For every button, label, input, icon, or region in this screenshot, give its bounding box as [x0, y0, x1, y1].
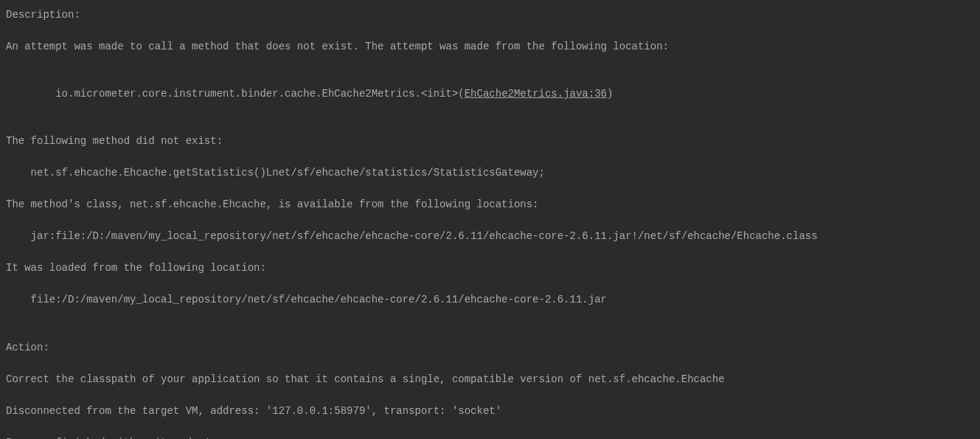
console-line: The following method did not exist:: [6, 134, 974, 149]
console-line: Correct the classpath of your applicatio…: [6, 372, 974, 387]
console-output: Description: An attempt was made to call…: [6, 7, 974, 439]
console-blank-line: [6, 324, 974, 340]
console-line: Disconnected from the target VM, address…: [6, 404, 974, 419]
console-line: net.sf.ehcache.Ehcache.getStatistics()Ln…: [6, 165, 974, 181]
console-text: io.micrometer.core.instrument.binder.cac…: [31, 88, 465, 100]
console-line: An attempt was made to call a method tha…: [6, 39, 974, 55]
console-line: file:/D:/maven/my_local_repository/net/s…: [6, 292, 974, 308]
source-link[interactable]: EhCache2Metrics.java:36: [465, 88, 607, 100]
console-line-exit: Process finished with exit code 1: [6, 435, 974, 439]
console-line: The method's class, net.sf.ehcache.Ehcac…: [6, 197, 974, 212]
console-line: It was loaded from the following locatio…: [6, 260, 974, 276]
console-line: Action:: [6, 340, 974, 356]
console-line: io.micrometer.core.instrument.binder.cac…: [6, 71, 974, 117]
console-line: jar:file:/D:/maven/my_local_repository/n…: [6, 229, 974, 244]
console-line: Description:: [6, 7, 974, 23]
console-text: ): [607, 88, 613, 100]
